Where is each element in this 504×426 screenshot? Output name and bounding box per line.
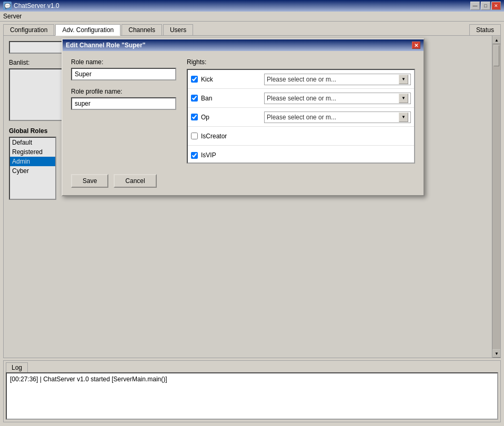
app-icon: 💬 bbox=[3, 2, 12, 10]
menu-bar: Server bbox=[0, 12, 504, 22]
rights-ban-dropdown-text: Please select one or m... bbox=[267, 95, 399, 102]
rights-row-kick: Kick Please select one or m... ▼ bbox=[188, 70, 414, 89]
rights-label: Rights: bbox=[187, 58, 415, 66]
modal-close-button[interactable]: ✕ bbox=[412, 42, 420, 49]
rights-row-isvip: IsVIP bbox=[188, 146, 414, 164]
rights-isvip-name: IsVIP bbox=[201, 151, 264, 159]
role-name-group: Role name: bbox=[71, 58, 176, 80]
title-bar-left: 💬 ChatServer v1.0 bbox=[3, 2, 59, 10]
menu-server[interactable]: Server bbox=[3, 13, 22, 20]
role-name-input[interactable] bbox=[71, 68, 176, 80]
log-entry: [00:27:36] | ChatServer v1.0 started [Se… bbox=[10, 376, 167, 383]
app-title: ChatServer v1.0 bbox=[14, 2, 59, 9]
tab-status[interactable]: Status bbox=[469, 24, 501, 35]
main-window: Configuration Adv. Configuration Channel… bbox=[0, 22, 504, 424]
title-bar: 💬 ChatServer v1.0 — □ ✕ bbox=[0, 0, 504, 12]
close-button[interactable]: ✕ bbox=[491, 2, 501, 10]
rights-kick-checkbox[interactable] bbox=[191, 76, 198, 83]
rights-table: Kick Please select one or m... ▼ Ban bbox=[187, 69, 415, 164]
log-tab[interactable]: Log bbox=[6, 362, 28, 372]
rights-kick-name: Kick bbox=[201, 76, 264, 83]
modal-left-panel: Role name: Role profile name: bbox=[71, 58, 176, 164]
log-content: [00:27:36] | ChatServer v1.0 started [Se… bbox=[6, 372, 498, 420]
log-section: Log [00:27:36] | ChatServer v1.0 started… bbox=[3, 360, 501, 422]
rights-kick-dropdown-text: Please select one or m... bbox=[267, 76, 399, 83]
tab-users[interactable]: Users bbox=[163, 24, 193, 36]
modal-footer: Save Cancel bbox=[63, 171, 424, 195]
cancel-button[interactable]: Cancel bbox=[114, 174, 156, 188]
modal-content: Role name: Role profile name: Rights: bbox=[63, 51, 424, 171]
modal-title: Edit Channel Role "Super" bbox=[66, 42, 145, 49]
tab-channels[interactable]: Channels bbox=[122, 24, 162, 36]
rights-ban-checkbox[interactable] bbox=[191, 95, 198, 102]
rights-ban-name: Ban bbox=[201, 95, 264, 102]
maximize-button[interactable]: □ bbox=[481, 2, 490, 10]
modal-right-panel: Rights: Kick Please select one or m... ▼ bbox=[187, 58, 415, 164]
log-tab-bar: Log bbox=[4, 361, 500, 372]
rights-row-ban: Ban Please select one or m... ▼ bbox=[188, 89, 414, 108]
role-profile-group: Role profile name: bbox=[71, 88, 176, 110]
rights-op-name: Op bbox=[201, 114, 264, 121]
rights-iscreator-checkbox[interactable] bbox=[191, 133, 198, 139]
rights-iscreator-name: IsCreator bbox=[201, 133, 264, 140]
modal-title-bar: Edit Channel Role "Super" ✕ bbox=[63, 39, 424, 51]
tab-configuration[interactable]: Configuration bbox=[3, 24, 54, 36]
minimize-button[interactable]: — bbox=[470, 2, 480, 10]
modal-overlay: Edit Channel Role "Super" ✕ Role name: R… bbox=[4, 36, 500, 358]
rights-op-dropdown-arrow[interactable]: ▼ bbox=[399, 113, 408, 122]
rights-ban-dropdown[interactable]: Please select one or m... ▼ bbox=[264, 93, 411, 104]
role-profile-input[interactable] bbox=[71, 97, 176, 110]
rights-op-checkbox[interactable] bbox=[191, 114, 198, 120]
title-bar-controls: — □ ✕ bbox=[470, 2, 501, 10]
tab-adv-configuration[interactable]: Adv. Configuration bbox=[55, 24, 120, 36]
role-profile-label: Role profile name: bbox=[71, 88, 176, 95]
modal-dialog: Edit Channel Role "Super" ✕ Role name: R… bbox=[62, 38, 425, 196]
rights-row-op: Op Please select one or m... ▼ bbox=[188, 108, 414, 127]
save-button[interactable]: Save bbox=[71, 174, 108, 188]
role-name-label: Role name: bbox=[71, 58, 176, 66]
rights-kick-dropdown[interactable]: Please select one or m... ▼ bbox=[264, 74, 411, 85]
rights-isvip-checkbox[interactable] bbox=[191, 152, 198, 159]
content-area: Delete Delete Banlist: Add Allowed web-s… bbox=[3, 35, 501, 358]
rights-row-iscreator: IsCreator bbox=[188, 127, 414, 146]
rights-kick-dropdown-arrow[interactable]: ▼ bbox=[399, 75, 408, 84]
rights-op-dropdown-text: Please select one or m... bbox=[267, 114, 399, 121]
tab-row: Configuration Adv. Configuration Channel… bbox=[0, 22, 504, 35]
rights-op-dropdown[interactable]: Please select one or m... ▼ bbox=[264, 111, 411, 123]
rights-ban-dropdown-arrow[interactable]: ▼ bbox=[399, 94, 408, 103]
